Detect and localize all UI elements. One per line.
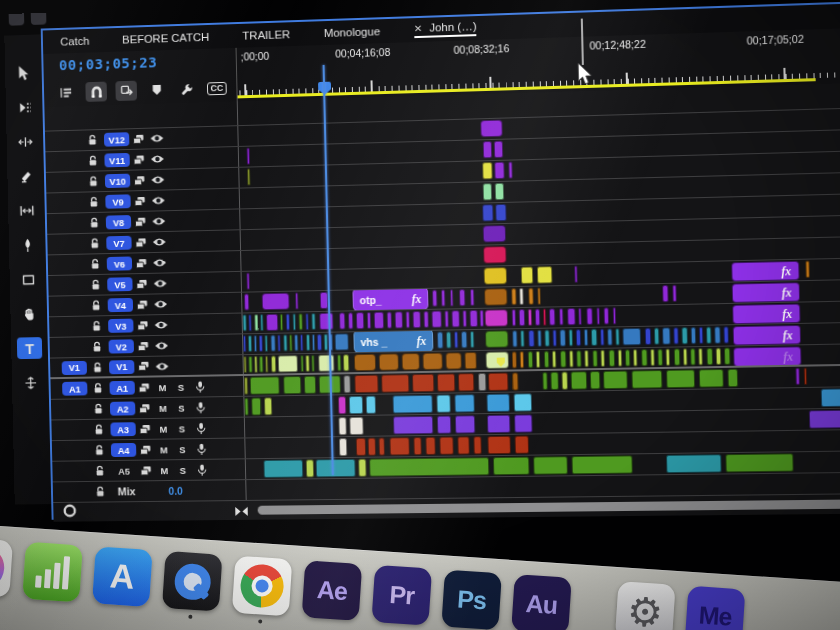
- clip[interactable]: [450, 289, 453, 306]
- clip[interactable]: [317, 334, 322, 351]
- clip[interactable]: [432, 311, 442, 328]
- clip[interactable]: [600, 329, 604, 346]
- clip[interactable]: [254, 314, 258, 331]
- clip[interactable]: [809, 410, 840, 429]
- clip[interactable]: [368, 438, 376, 456]
- clip[interactable]: [437, 373, 455, 391]
- track-lock-toggle[interactable]: [89, 382, 106, 394]
- clip[interactable]: [495, 204, 506, 221]
- voice-over-record-button[interactable]: [192, 442, 211, 455]
- clip[interactable]: [337, 354, 341, 371]
- track-target-badge[interactable]: A4: [111, 443, 137, 457]
- clip[interactable]: [493, 457, 530, 476]
- track-lock-toggle[interactable]: [88, 320, 105, 332]
- rectangle-tool[interactable]: [15, 268, 40, 290]
- clip[interactable]: [348, 312, 353, 329]
- clip[interactable]: [482, 204, 493, 221]
- track-lock-toggle[interactable]: [84, 134, 101, 146]
- track-lock-toggle[interactable]: [85, 196, 102, 208]
- track-lock-toggle[interactable]: [84, 155, 101, 167]
- clip[interactable]: [552, 329, 556, 346]
- clip[interactable]: [622, 328, 641, 345]
- clip[interactable]: [515, 436, 530, 454]
- clip[interactable]: [455, 415, 475, 433]
- sync-lock-toggle[interactable]: [134, 361, 153, 372]
- clip[interactable]: [311, 355, 314, 372]
- clip[interactable]: [457, 436, 469, 454]
- clip[interactable]: [439, 437, 453, 455]
- clip[interactable]: [349, 417, 363, 435]
- clip[interactable]: [714, 326, 721, 343]
- clip[interactable]: [343, 354, 349, 371]
- clip[interactable]: [436, 395, 450, 413]
- solo-button[interactable]: S: [173, 423, 192, 434]
- clip[interactable]: [306, 459, 314, 477]
- track-lock-toggle[interactable]: [85, 217, 102, 229]
- clip[interactable]: [244, 398, 248, 416]
- clip[interactable]: [412, 374, 434, 392]
- clip[interactable]: [379, 353, 399, 370]
- track-lock-toggle[interactable]: [91, 444, 108, 456]
- clip[interactable]: [533, 456, 568, 475]
- sync-lock-toggle[interactable]: [133, 320, 152, 331]
- source-video-badge[interactable]: V1: [62, 360, 87, 374]
- toggle-track-output[interactable]: [149, 175, 168, 185]
- track-lock-toggle[interactable]: [87, 299, 104, 311]
- clip[interactable]: [537, 288, 540, 305]
- sync-lock-toggle[interactable]: [136, 444, 155, 455]
- toggle-track-output[interactable]: [151, 278, 170, 288]
- track-lock-toggle[interactable]: [89, 361, 106, 373]
- track-target-badge[interactable]: A5: [111, 464, 137, 478]
- clip[interactable]: [484, 267, 507, 285]
- clip[interactable]: [569, 350, 573, 367]
- clip[interactable]: [485, 309, 508, 327]
- clip[interactable]: [699, 369, 724, 388]
- clip[interactable]: [723, 326, 729, 343]
- clip[interactable]: [537, 330, 541, 347]
- clip[interactable]: [369, 457, 489, 476]
- clip[interactable]: [247, 148, 250, 165]
- clip[interactable]: [528, 309, 532, 326]
- clip[interactable]: [406, 311, 410, 328]
- nest-icon[interactable]: [55, 83, 77, 103]
- mute-button[interactable]: M: [155, 444, 174, 455]
- toggle-track-output[interactable]: [150, 258, 169, 268]
- clip[interactable]: [512, 372, 518, 390]
- audition-dock-icon[interactable]: Au: [511, 574, 572, 630]
- clip[interactable]: [413, 437, 421, 455]
- playhead-timecode[interactable]: 00;03;05;23: [59, 54, 158, 73]
- clip[interactable]: [604, 307, 609, 324]
- clip[interactable]: [495, 183, 504, 200]
- clip[interactable]: [358, 459, 366, 477]
- track-target-badge[interactable]: V4: [108, 298, 134, 312]
- ripple-edit-tool[interactable]: [12, 131, 37, 153]
- clip[interactable]: fx: [732, 282, 800, 303]
- clip[interactable]: fx: [731, 261, 799, 282]
- add-marker-icon[interactable]: [145, 80, 167, 100]
- clip[interactable]: [294, 334, 298, 351]
- clip[interactable]: [470, 289, 474, 306]
- clip[interactable]: [356, 438, 366, 456]
- clip[interactable]: [520, 351, 524, 368]
- toggle-track-output[interactable]: [151, 299, 170, 309]
- toggle-track-output[interactable]: [150, 237, 169, 247]
- clip[interactable]: [560, 329, 566, 346]
- clip[interactable]: [514, 393, 533, 411]
- timeline-settings-icon[interactable]: [176, 79, 198, 99]
- clip[interactable]: [266, 314, 278, 331]
- clip[interactable]: [270, 335, 275, 352]
- clip[interactable]: [354, 354, 376, 371]
- clip[interactable]: [244, 294, 249, 311]
- clip[interactable]: [339, 312, 345, 329]
- clip[interactable]: [424, 311, 429, 328]
- clip[interactable]: [293, 313, 296, 330]
- clip[interactable]: [473, 436, 481, 454]
- clip[interactable]: [552, 351, 556, 368]
- cutoff-panel-button-icon[interactable]: [9, 13, 25, 25]
- clip[interactable]: [265, 356, 268, 373]
- track-lock-toggle[interactable]: [86, 258, 103, 270]
- photos-dock-icon[interactable]: [0, 537, 13, 598]
- solo-button[interactable]: S: [173, 464, 192, 475]
- clip[interactable]: [305, 313, 308, 330]
- clip[interactable]: [597, 308, 600, 325]
